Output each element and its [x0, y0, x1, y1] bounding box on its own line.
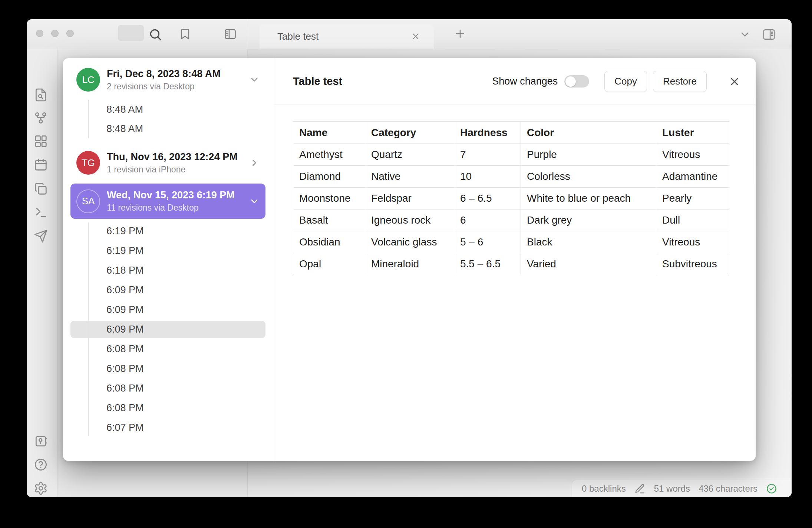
revision-time[interactable]: 6:19 PM — [70, 221, 265, 241]
table-cell: 5.5 – 6.5 — [454, 253, 521, 275]
chevron-down-icon[interactable] — [249, 196, 260, 207]
tab-title: Table test — [277, 31, 318, 42]
minerals-table: Name Category Hardness Color Luster Amet… — [293, 121, 729, 275]
word-count: 51 words — [654, 484, 690, 494]
revision-group-nov15-selected[interactable]: SA Wed, Nov 15, 2023 6:19 PM 11 revision… — [70, 184, 265, 219]
table-cell: Subvitreous — [656, 253, 729, 275]
table-cell: 6 — [454, 209, 521, 231]
revision-time[interactable]: 6:09 PM — [70, 300, 265, 320]
timeline-line — [88, 100, 89, 138]
copy-files-icon[interactable] — [34, 182, 48, 196]
table-cell: Pearly — [656, 188, 729, 209]
revision-time[interactable]: 6:18 PM — [70, 261, 265, 280]
copy-button[interactable]: Copy — [604, 71, 647, 92]
revision-time[interactable]: 8:48 AM — [70, 119, 265, 138]
column-header: Luster — [656, 122, 729, 144]
table-cell: 5 – 6 — [454, 231, 521, 253]
show-changes-toggle[interactable] — [564, 75, 589, 88]
revision-group-dec8[interactable]: LC Fri, Dec 8, 2023 8:48 AM 2 revisions … — [70, 63, 265, 97]
chevron-right-icon[interactable] — [249, 158, 260, 168]
screen: Table test — [0, 0, 812, 528]
avatar-initials: LC — [82, 74, 94, 86]
revision-times-dec8: 8:48 AM 8:48 AM — [70, 100, 265, 138]
revision-group-title: Fri, Dec 8, 2023 8:48 AM — [107, 68, 221, 80]
minimize-window-button[interactable] — [51, 30, 59, 37]
toggle-knob — [565, 76, 576, 87]
revision-group-title: Wed, Nov 15, 2023 6:19 PM — [107, 189, 235, 202]
status-bar: 0 backlinks 51 words 436 characters — [572, 480, 792, 497]
column-header: Hardness — [454, 122, 521, 144]
sync-check-icon[interactable] — [766, 483, 777, 494]
help-icon[interactable] — [34, 458, 48, 472]
revision-time[interactable]: 6:08 PM — [70, 359, 265, 379]
table-cell: Dull — [656, 209, 729, 231]
table-cell: Opal — [293, 253, 365, 275]
revision-time[interactable]: 6:08 PM — [70, 339, 265, 359]
terminal-icon[interactable] — [34, 205, 48, 220]
search-icon[interactable] — [148, 27, 162, 43]
timeline-line — [88, 222, 89, 436]
bookmark-icon[interactable] — [179, 28, 191, 42]
graph-icon[interactable] — [34, 111, 48, 125]
send-icon[interactable] — [34, 229, 48, 243]
revision-time[interactable]: 6:08 PM — [70, 398, 265, 418]
avatar-initials: TG — [82, 157, 95, 169]
icon-rail — [27, 49, 58, 497]
character-count: 436 characters — [699, 484, 757, 494]
column-header: Name — [293, 122, 365, 144]
revision-preview: Table test Show changes Copy Restore — [274, 58, 756, 461]
table-cell: Basalt — [293, 209, 365, 231]
table-row: Opal Mineraloid 5.5 – 6.5 Varied Subvitr… — [293, 253, 729, 275]
avatar: LC — [76, 68, 100, 92]
table-row: Basalt Igneous rock 6 Dark grey Dull — [293, 209, 729, 231]
table-cell: Mineraloid — [365, 253, 454, 275]
close-window-button[interactable] — [36, 30, 43, 37]
table-cell: Vitreous — [656, 144, 729, 166]
table-cell: Volcanic glass — [365, 231, 454, 253]
traffic-lights — [36, 30, 74, 37]
calendar-icon[interactable] — [34, 158, 48, 172]
revision-times-nov15: 6:19 PM 6:19 PM 6:18 PM 6:09 PM 6:09 PM … — [70, 221, 265, 438]
table-cell: White to blue or peach — [521, 188, 656, 209]
chevron-down-icon[interactable] — [249, 75, 260, 85]
revision-time[interactable]: 6:09 PM — [70, 280, 265, 300]
revision-time[interactable]: 6:08 PM — [70, 379, 265, 398]
file-search-icon[interactable] — [34, 88, 48, 102]
table-cell: 10 — [454, 166, 521, 188]
zoom-window-button[interactable] — [66, 30, 74, 37]
titlebar: Table test — [27, 19, 792, 48]
vault-icon[interactable] — [34, 434, 48, 448]
table-row: Moonstone Feldspar 6 – 6.5 White to blue… — [293, 188, 729, 209]
revision-history-list: LC Fri, Dec 8, 2023 8:48 AM 2 revisions … — [63, 58, 274, 461]
settings-gear-icon[interactable] — [34, 481, 48, 495]
edit-pencil-icon[interactable] — [634, 483, 646, 494]
new-tab-plus-icon[interactable] — [454, 27, 466, 40]
table-cell: Feldspar — [365, 188, 454, 209]
avatar: TG — [76, 151, 100, 175]
tab-table-test[interactable]: Table test — [260, 24, 434, 49]
table-cell: Vitreous — [656, 231, 729, 253]
revision-group-subtitle: 11 revisions via Desktop — [107, 202, 235, 213]
table-header-row: Name Category Hardness Color Luster — [293, 122, 729, 144]
table-row: Amethyst Quartz 7 Purple Vitreous — [293, 144, 729, 166]
revision-time[interactable]: 6:19 PM — [70, 241, 265, 261]
revision-group-nov16[interactable]: TG Thu, Nov 16, 2023 12:24 PM 1 revision… — [70, 146, 265, 180]
search-button-active-background — [118, 25, 144, 41]
restore-button[interactable]: Restore — [653, 71, 707, 92]
revision-time-selected[interactable]: 6:09 PM — [70, 320, 265, 339]
table-cell: Moonstone — [293, 188, 365, 209]
panel-left-icon[interactable] — [224, 27, 237, 42]
chevron-down-icon[interactable] — [739, 29, 751, 40]
table-cell: Purple — [521, 144, 656, 166]
revision-time[interactable]: 6:07 PM — [70, 418, 265, 438]
table-cell: Adamantine — [656, 166, 729, 188]
layout-dashboard-icon[interactable] — [34, 134, 48, 148]
revision-time[interactable]: 8:48 AM — [70, 100, 265, 119]
backlinks-count[interactable]: 0 backlinks — [582, 484, 626, 494]
close-icon[interactable] — [728, 75, 741, 88]
table-cell: Quartz — [365, 144, 454, 166]
panel-right-icon[interactable] — [762, 27, 776, 42]
tab-close-icon[interactable] — [411, 32, 420, 41]
revision-group-subtitle: 1 revision via iPhone — [107, 164, 238, 175]
column-header: Color — [521, 122, 656, 144]
